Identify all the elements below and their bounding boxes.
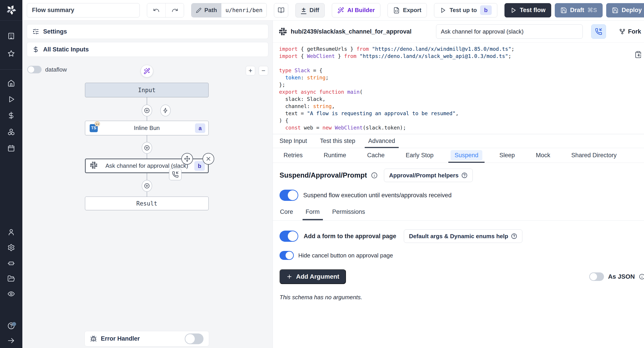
- default-args-help-button[interactable]: Default args & Dynamic enums help: [404, 230, 522, 243]
- hide-cancel-toggle[interactable]: [280, 251, 294, 260]
- subtab-mock[interactable]: Mock: [532, 148, 554, 162]
- path-value: u/henri/ben: [222, 3, 266, 17]
- tab-form[interactable]: Form: [306, 208, 320, 220]
- info-icon[interactable]: [639, 274, 644, 280]
- subtab-retries[interactable]: Retries: [280, 148, 307, 162]
- suspend-mode-button[interactable]: [591, 24, 606, 39]
- audit-logs-eye-icon[interactable]: [8, 290, 15, 298]
- node-id-badge-b: b: [194, 161, 205, 171]
- file-code-icon: [393, 7, 400, 14]
- workers-robot-icon[interactable]: [8, 260, 15, 267]
- draft-label: Draft: [570, 7, 584, 14]
- export-button[interactable]: Export: [388, 3, 427, 18]
- help-circle-icon: [461, 172, 468, 178]
- expand-sidebar-arrow-icon[interactable]: [8, 337, 15, 344]
- test-flow-label: Test flow: [520, 7, 546, 14]
- all-static-inputs-button[interactable]: All Static Inputs: [27, 42, 268, 57]
- redo-button[interactable]: [166, 3, 184, 17]
- tab-permissions[interactable]: Permissions: [332, 208, 365, 220]
- trigger-button[interactable]: [160, 105, 170, 116]
- slack-icon: [90, 162, 97, 170]
- step-detail-panel: hub/2439/slack/ask_channel_for_approval …: [273, 20, 644, 348]
- help-circle-icon: [511, 233, 517, 239]
- subtab-early-stop[interactable]: Early Stop: [402, 148, 438, 162]
- subtab-cache[interactable]: Cache: [363, 148, 389, 162]
- close-icon: [205, 156, 212, 162]
- code-editor[interactable]: import { getResumeUrls } from "https://d…: [273, 42, 644, 134]
- folders-icon[interactable]: [8, 275, 15, 282]
- users-icon[interactable]: [8, 228, 15, 236]
- plus-icon: [144, 145, 150, 151]
- home-icon[interactable]: [8, 80, 15, 87]
- move-node-button[interactable]: [181, 153, 193, 164]
- settings-gear-icon[interactable]: [8, 244, 15, 252]
- add-form-toggle[interactable]: [280, 230, 298, 242]
- inner-tabs-divider: [273, 220, 644, 220]
- schedules-calendar-icon[interactable]: [8, 144, 15, 152]
- tab-step-input[interactable]: Step Input: [280, 134, 307, 148]
- runs-play-icon[interactable]: [8, 96, 15, 103]
- helpers-button-label: Approval/Prompt helpers: [389, 172, 459, 179]
- draft-button[interactable]: Draft ⌘S: [555, 3, 603, 18]
- favorites-star-icon[interactable]: [8, 50, 15, 57]
- diff-label: Diff: [310, 7, 319, 14]
- suspend-settings: Suspend/Approval/Prompt Approval/Prompt …: [273, 163, 644, 348]
- node-input[interactable]: Input: [85, 83, 209, 97]
- hub-script-path: hub/2439/slack/ask_channel_for_approval: [291, 28, 412, 35]
- save-icon: [560, 7, 567, 14]
- suspend-heading: Suspend/Approval/Prompt: [280, 171, 367, 179]
- insert-step-button-3[interactable]: [142, 180, 152, 192]
- step-name-input[interactable]: [436, 24, 583, 39]
- path-button[interactable]: Path u/henri/ben: [191, 3, 267, 18]
- subtab-runtime[interactable]: Runtime: [320, 148, 350, 162]
- rail-divider: [0, 20, 22, 20]
- diff-button[interactable]: ± Diff: [296, 3, 325, 18]
- ai-builder-button[interactable]: AI Builder: [332, 3, 380, 18]
- suspend-execution-toggle[interactable]: [280, 190, 298, 201]
- info-icon[interactable]: [371, 172, 378, 179]
- node-inline-bun[interactable]: TS Inline Bun a: [85, 121, 209, 135]
- node-result[interactable]: Result: [85, 196, 209, 210]
- delete-node-button[interactable]: [202, 153, 214, 164]
- error-handler-toggle[interactable]: [185, 334, 204, 344]
- suspend-execution-label: Suspend flow execution until events/appr…: [303, 192, 452, 199]
- deploy-button[interactable]: Deploy: [606, 3, 644, 18]
- wand-sparkles-icon: [144, 68, 150, 74]
- fork-label: Fork: [628, 28, 641, 35]
- save-icon: [612, 7, 618, 14]
- subtab-shared-directory[interactable]: Shared Directory: [567, 148, 621, 162]
- suspend-phone-badge: [169, 169, 182, 180]
- add-form-label: Add a form to the approval page: [304, 233, 396, 240]
- tab-advanced[interactable]: Advanced: [368, 134, 395, 148]
- undo-button[interactable]: [147, 3, 166, 17]
- insert-step-button-2[interactable]: [142, 142, 152, 154]
- clipboard-copy-icon: [634, 51, 642, 58]
- fork-button[interactable]: Fork: [619, 28, 641, 35]
- graph-zoom-in-button[interactable]: +: [246, 66, 255, 75]
- flow-summary-input[interactable]: [27, 3, 140, 18]
- workspace-icon[interactable]: [8, 32, 15, 40]
- copy-code-button[interactable]: [634, 51, 642, 58]
- approval-prompt-helpers-button[interactable]: Approval/Prompt helpers: [384, 169, 473, 182]
- variables-dollar-icon[interactable]: [8, 112, 15, 119]
- dataflow-toggle[interactable]: [27, 66, 42, 73]
- subtab-suspend[interactable]: Suspend: [450, 148, 482, 162]
- add-argument-button[interactable]: Add Argument: [280, 269, 346, 284]
- node-approval-selected[interactable]: Ask channel for approval (slack) b: [85, 158, 209, 173]
- windmill-logo-icon[interactable]: [6, 5, 16, 15]
- flow-settings-button[interactable]: Settings: [27, 24, 268, 39]
- resources-boxes-icon[interactable]: [8, 128, 15, 136]
- test-flow-button[interactable]: Test flow: [504, 3, 551, 18]
- ai-flow-wand-button[interactable]: [141, 65, 153, 78]
- subtab-sleep[interactable]: Sleep: [495, 148, 519, 162]
- insert-step-button-1[interactable]: [142, 105, 152, 116]
- tab-test-this-step[interactable]: Test this step: [320, 134, 355, 148]
- docs-book-button[interactable]: [274, 3, 288, 18]
- default-args-help-label: Default args & Dynamic enums help: [409, 233, 508, 240]
- graph-zoom-out-button[interactable]: −: [259, 66, 268, 75]
- tab-core[interactable]: Core: [280, 208, 293, 220]
- test-up-to-button[interactable]: Test up to b: [434, 3, 497, 18]
- as-json-toggle[interactable]: [589, 272, 604, 281]
- node-inline-bun-label: Inline Bun: [85, 124, 208, 132]
- plus-minus-icon: ±: [301, 6, 306, 14]
